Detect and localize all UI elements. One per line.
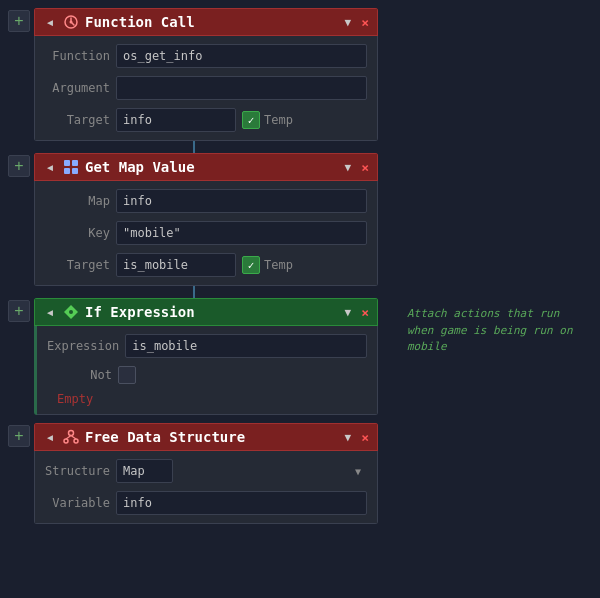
key-field-row: Key [45,221,367,245]
map-label: Map [45,194,110,208]
free-data-structure-header: ◄ Free Data Structure ▼ × [34,423,378,451]
svg-line-12 [71,436,76,440]
get-map-value-row: + ◄ Get Map Value ▼ × Map [8,153,592,286]
if-expression-title: If Expression [85,304,339,320]
get-map-value-card: ◄ Get Map Value ▼ × Map [34,153,378,286]
map-field-row: Map [45,189,367,213]
function-label: Function [45,49,110,63]
gmv-temp-checkbox[interactable] [242,256,260,274]
if-expression-icon [63,304,79,320]
map-input[interactable] [116,189,367,213]
function-call-header: ◄ Function Call ▼ × [34,8,378,36]
target-label: Target [45,113,110,127]
function-call-body: Function Argument Target Temp [34,36,378,141]
function-input[interactable] [116,44,367,68]
if-expression-body-wrapper: Expression Not Empty [34,326,378,415]
free-data-structure-icon [63,429,79,445]
svg-point-8 [69,431,74,436]
if-expression-row: + ◄ If Expression ▼ × Expression [8,298,592,415]
variable-label: Variable [45,496,110,510]
get-map-value-dropdown-icon[interactable]: ▼ [345,161,352,174]
variable-input[interactable] [116,491,367,515]
add-before-if-expression-button[interactable]: + [8,300,30,322]
svg-point-10 [74,439,78,443]
key-label: Key [45,226,110,240]
function-call-collapse-button[interactable]: ◄ [43,15,57,29]
function-call-card: ◄ Function Call ▼ × Function [34,8,378,141]
structure-select-wrapper: Map List Grid [116,459,367,483]
svg-rect-3 [72,160,78,166]
free-data-structure-dropdown-icon[interactable]: ▼ [345,431,352,444]
function-call-icon [63,14,79,30]
function-call-dropdown-icon[interactable]: ▼ [345,16,352,29]
function-call-row: + ◄ Function Call ▼ × Function [8,8,592,141]
target-input[interactable] [116,108,236,132]
expression-field-row: Expression [47,334,367,358]
gmv-target-input[interactable] [116,253,236,277]
svg-point-1 [70,21,73,24]
structure-select[interactable]: Map List Grid [116,459,173,483]
get-map-value-icon [63,159,79,175]
free-data-structure-body: Structure Map List Grid Variable [34,451,378,524]
add-before-get-map-button[interactable]: + [8,155,30,177]
svg-rect-5 [72,168,78,174]
not-label: Not [47,368,112,382]
get-map-value-body: Map Key Target Temp [34,181,378,286]
svg-line-11 [66,436,71,440]
if-expression-close-button[interactable]: × [361,305,369,320]
get-map-value-title: Get Map Value [85,159,339,175]
target-field-row: Target Temp [45,108,367,132]
temp-checkbox[interactable] [242,111,260,129]
argument-input-empty [116,76,367,100]
add-before-free-data-button[interactable]: + [8,425,30,447]
svg-point-7 [69,310,73,314]
annotation-text: Attach actions that run when game is bei… [407,306,587,356]
get-map-value-header: ◄ Get Map Value ▼ × [34,153,378,181]
expression-label: Expression [47,339,119,353]
if-expression-body: Expression Not Empty [37,326,378,415]
connector-1 [193,141,195,153]
not-checkbox[interactable] [118,366,136,384]
free-data-structure-close-button[interactable]: × [361,430,369,445]
structure-label: Structure [45,464,110,478]
if-expression-collapse-button[interactable]: ◄ [43,305,57,319]
structure-field-row: Structure Map List Grid [45,459,367,483]
temp-checkbox-wrapper: Temp [242,111,293,129]
if-expression-header: ◄ If Expression ▼ × [34,298,378,326]
svg-rect-2 [64,160,70,166]
main-container: + ◄ Function Call ▼ × Function [0,0,600,532]
svg-rect-4 [64,168,70,174]
free-data-structure-card: ◄ Free Data Structure ▼ × Structure [34,423,378,524]
if-expression-card: ◄ If Expression ▼ × Expression [34,298,378,415]
gmv-temp-checkbox-wrapper: Temp [242,256,293,274]
get-map-value-close-button[interactable]: × [361,160,369,175]
function-call-title: Function Call [85,14,339,30]
free-data-structure-title: Free Data Structure [85,429,339,445]
empty-label: Empty [57,392,367,406]
expression-input[interactable] [125,334,367,358]
gmv-target-field-row: Target Temp [45,253,367,277]
gmv-temp-label: Temp [264,258,293,272]
function-field-row: Function [45,44,367,68]
free-data-structure-collapse-button[interactable]: ◄ [43,430,57,444]
svg-point-9 [64,439,68,443]
not-field-row: Not [47,366,367,384]
key-input[interactable] [116,221,367,245]
if-expression-dropdown-icon[interactable]: ▼ [345,306,352,319]
gmv-target-label: Target [45,258,110,272]
argument-field-row: Argument [45,76,367,100]
argument-label: Argument [45,81,110,95]
get-map-value-collapse-button[interactable]: ◄ [43,160,57,174]
free-data-structure-row: + ◄ Free Data Structure ▼ × [8,423,592,524]
add-before-function-call-button[interactable]: + [8,10,30,32]
function-call-close-button[interactable]: × [361,15,369,30]
variable-field-row: Variable [45,491,367,515]
connector-2 [193,286,195,298]
temp-label: Temp [264,113,293,127]
